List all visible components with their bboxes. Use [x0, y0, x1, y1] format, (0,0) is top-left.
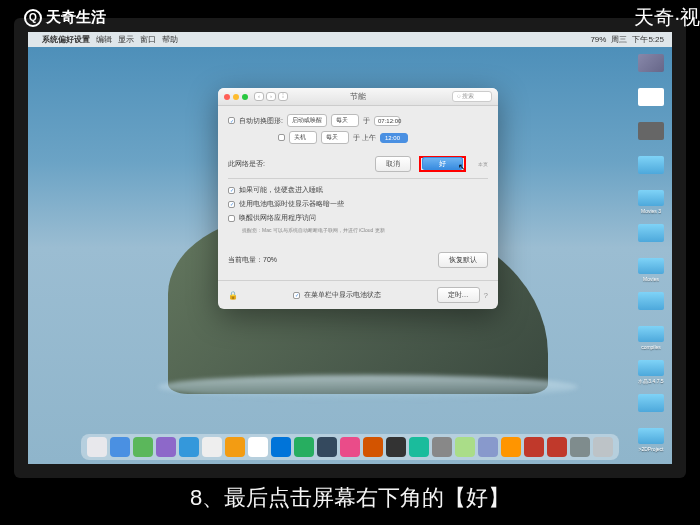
dock-app[interactable] [248, 437, 268, 457]
watermark-right: 天奇·视 [634, 4, 700, 31]
desktop-folder[interactable] [636, 156, 666, 180]
wallpaper-shore [158, 375, 578, 399]
toolbar-nav: ‹ › ⦙⦙ [254, 92, 288, 101]
desktop-icon[interactable] [636, 88, 666, 112]
dock-app[interactable] [547, 437, 567, 457]
dock-app[interactable] [179, 437, 199, 457]
schedule-day-select[interactable]: 每天 [331, 114, 359, 127]
dock-app[interactable] [271, 437, 291, 457]
help-icon[interactable]: ? [484, 291, 488, 300]
desktop-folder[interactable] [636, 394, 666, 418]
menubar-right: 79% 周三 下午5:25 [590, 34, 664, 45]
dock-app[interactable] [87, 437, 107, 457]
dock-trash[interactable] [593, 437, 613, 457]
dock-app[interactable] [524, 437, 544, 457]
dock-app[interactable] [363, 437, 383, 457]
window-footer: 🔒 在菜单栏中显示电池状态 定时… ? [218, 280, 498, 309]
watermark-left: Q 天奇生活 [24, 8, 106, 27]
desktop-folder[interactable]: >2DProject [636, 428, 666, 452]
schedule-button[interactable]: 定时… [437, 287, 480, 303]
close-icon[interactable] [224, 94, 230, 100]
desktop-screen: 系统偏好设置 编辑 显示 窗口 帮助 79% 周三 下午5:25 Movies … [28, 32, 672, 464]
tutorial-caption: 8、最后点击屏幕右下角的【好】 [180, 481, 520, 515]
battery-level-text: 当前电量：70% [228, 255, 277, 265]
battery-percent: 79% [590, 35, 606, 44]
dock-app[interactable] [110, 437, 130, 457]
dock-app[interactable] [409, 437, 429, 457]
cursor-icon: ↖ [458, 162, 466, 172]
search-field[interactable]: ○ 搜索 [452, 91, 492, 102]
shutdown-select[interactable]: 关机 [289, 131, 317, 144]
desktop-icon[interactable] [636, 122, 666, 146]
menu-window[interactable]: 窗口 [140, 34, 156, 45]
desktop-folder[interactable]: 水晶3.4.7.5 [636, 360, 666, 384]
grid-button[interactable]: ⦙⦙ [278, 92, 288, 101]
watermark-left-text: 天奇生活 [46, 8, 106, 27]
dock-app[interactable] [340, 437, 360, 457]
dock-app[interactable] [432, 437, 452, 457]
desktop-folder[interactable]: Movies 3 [636, 190, 666, 214]
preferences-window: ‹ › ⦙⦙ 节能 ○ 搜索 自动切换图形: 启动或唤醒 每天 于 07:12:… [218, 88, 498, 309]
schedule-action-select[interactable]: 启动或唤醒 [287, 114, 327, 127]
menubar-day: 周三 [611, 34, 627, 45]
dock-app[interactable] [570, 437, 590, 457]
dock-app[interactable] [294, 437, 314, 457]
monitor-frame: 系统偏好设置 编辑 显示 窗口 帮助 79% 周三 下午5:25 Movies … [14, 18, 686, 478]
dock-app[interactable] [317, 437, 337, 457]
desktop-folder[interactable]: compiles [636, 326, 666, 350]
schedule-checkbox-1[interactable] [228, 117, 235, 124]
minimize-icon[interactable] [233, 94, 239, 100]
dock-app[interactable] [133, 437, 153, 457]
note-text: 提醒您：Mac 可以与系统自动断断电子联网，并进行 iCloud 更新 [242, 227, 488, 233]
traffic-lights [224, 94, 248, 100]
cancel-button[interactable]: 取消 [375, 156, 411, 172]
lock-icon[interactable]: 🔒 [228, 291, 238, 300]
check-dim-display[interactable] [228, 201, 235, 208]
dock-app[interactable] [455, 437, 475, 457]
shutdown-time-field[interactable]: 12:00 [380, 133, 408, 143]
schedule-checkbox-2[interactable] [278, 134, 285, 141]
check-wake-network[interactable] [228, 215, 235, 222]
check-sleep-disk[interactable] [228, 187, 235, 194]
menu-view[interactable]: 显示 [118, 34, 134, 45]
desktop-folder[interactable] [636, 292, 666, 316]
schedule-time-field[interactable]: 07:12:00 [374, 116, 400, 126]
desktop-folder[interactable]: Movies [636, 258, 666, 282]
show-battery-checkbox[interactable] [293, 292, 300, 299]
menu-help[interactable]: 帮助 [162, 34, 178, 45]
dock-app[interactable] [501, 437, 521, 457]
desktop-folder[interactable] [636, 224, 666, 248]
watermark-icon: Q [24, 9, 42, 27]
desktop-icons-column: Movies 3 Movies compiles 水晶3.4.7.5 >2DPr… [636, 54, 666, 452]
desktop-icon[interactable] [636, 54, 666, 78]
dock-app[interactable] [478, 437, 498, 457]
back-button[interactable]: ‹ [254, 92, 264, 101]
dock-app[interactable] [156, 437, 176, 457]
window-body: 自动切换图形: 启动或唤醒 每天 于 07:12:00 关机 每天 于 上午 1… [218, 106, 498, 280]
confirm-prompt: 此网络是否: [228, 159, 265, 169]
menubar: 系统偏好设置 编辑 显示 窗口 帮助 79% 周三 下午5:25 [28, 32, 672, 47]
dock-app[interactable] [225, 437, 245, 457]
menubar-time: 下午5:25 [632, 34, 664, 45]
maximize-icon[interactable] [242, 94, 248, 100]
menu-edit[interactable]: 编辑 [96, 34, 112, 45]
schedule-label: 自动切换图形: [239, 116, 283, 126]
dock-app[interactable] [202, 437, 222, 457]
menubar-app-name[interactable]: 系统偏好设置 [42, 34, 90, 45]
restore-defaults-button[interactable]: 恢复默认 [438, 252, 488, 268]
window-titlebar[interactable]: ‹ › ⦙⦙ 节能 ○ 搜索 [218, 88, 498, 106]
forward-button[interactable]: › [266, 92, 276, 101]
dock [81, 434, 619, 460]
dock-app[interactable] [386, 437, 406, 457]
ok-button[interactable]: 好 [422, 157, 463, 170]
shutdown-day-select[interactable]: 每天 [321, 131, 349, 144]
window-title: 节能 [350, 91, 366, 102]
show-battery-label: 在菜单栏中显示电池状态 [304, 290, 381, 300]
